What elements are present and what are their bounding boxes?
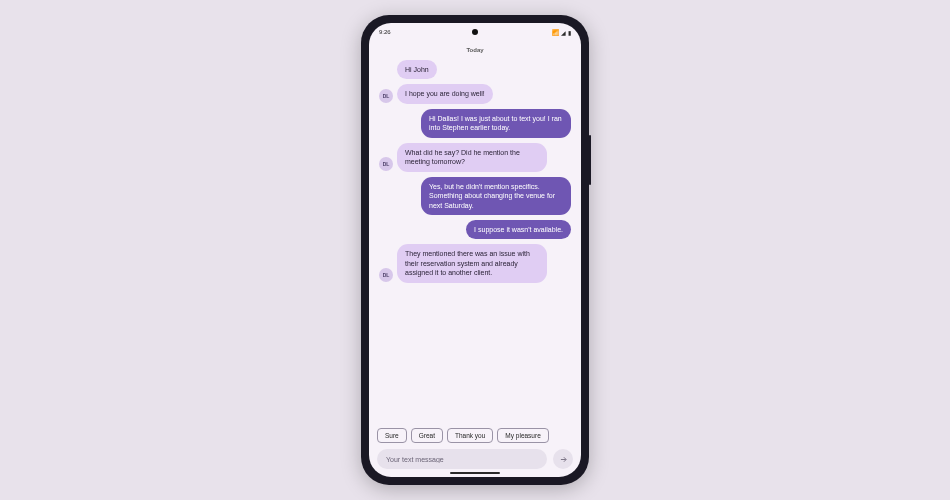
front-camera — [472, 29, 478, 35]
send-icon — [559, 455, 568, 464]
phone-screen: 9:26 📶 ◢ ▮ Today Hi John DL I hope you a… — [369, 23, 581, 477]
date-header: Today — [379, 47, 571, 53]
message-bubble-outgoing[interactable]: Hi Dallas! I was just about to text you!… — [421, 109, 571, 138]
send-button[interactable] — [553, 449, 573, 469]
suggestion-chip[interactable]: Sure — [377, 428, 407, 443]
message-input[interactable] — [377, 449, 547, 469]
status-right: 📶 ◢ ▮ — [552, 29, 571, 36]
contact-avatar[interactable]: DL — [379, 268, 393, 282]
message-bubble-outgoing[interactable]: I suppose it wasn't available. — [466, 220, 571, 239]
message-bubble-incoming[interactable]: Hi John — [397, 60, 437, 79]
suggestion-chip[interactable]: Thank you — [447, 428, 493, 443]
nav-handle[interactable] — [450, 472, 500, 475]
contact-avatar[interactable]: DL — [379, 157, 393, 171]
suggestion-chip[interactable]: My pleasure — [497, 428, 548, 443]
signal-icon: ◢ — [561, 29, 566, 36]
message-row: DL They mentioned there was an issue wit… — [379, 244, 571, 282]
message-bubble-incoming[interactable]: What did he say? Did he mention the meet… — [397, 143, 547, 172]
contact-avatar[interactable]: DL — [379, 89, 393, 103]
message-bubble-incoming[interactable]: They mentioned there was an issue with t… — [397, 244, 547, 282]
status-time: 9:26 — [379, 29, 391, 35]
message-row: Hi Dallas! I was just about to text you!… — [379, 109, 571, 138]
message-row: DL I hope you are doing well! — [379, 84, 571, 103]
conversation-scroll[interactable]: Today Hi John DL I hope you are doing we… — [369, 41, 581, 425]
suggestion-chip[interactable]: Great — [411, 428, 443, 443]
message-row: DL What did he say? Did he mention the m… — [379, 143, 571, 172]
message-row: Hi John — [379, 60, 571, 79]
battery-icon: ▮ — [568, 29, 571, 36]
suggestion-chips-row: Sure Great Thank you My pleasure — [369, 425, 581, 443]
message-row: I suppose it wasn't available. — [379, 220, 571, 239]
message-bubble-incoming[interactable]: I hope you are doing well! — [397, 84, 493, 103]
phone-frame: 9:26 📶 ◢ ▮ Today Hi John DL I hope you a… — [361, 15, 589, 485]
message-bubble-outgoing[interactable]: Yes, but he didn't mention specifics. So… — [421, 177, 571, 215]
message-row: Yes, but he didn't mention specifics. So… — [379, 177, 571, 215]
wifi-icon: 📶 — [552, 29, 559, 36]
